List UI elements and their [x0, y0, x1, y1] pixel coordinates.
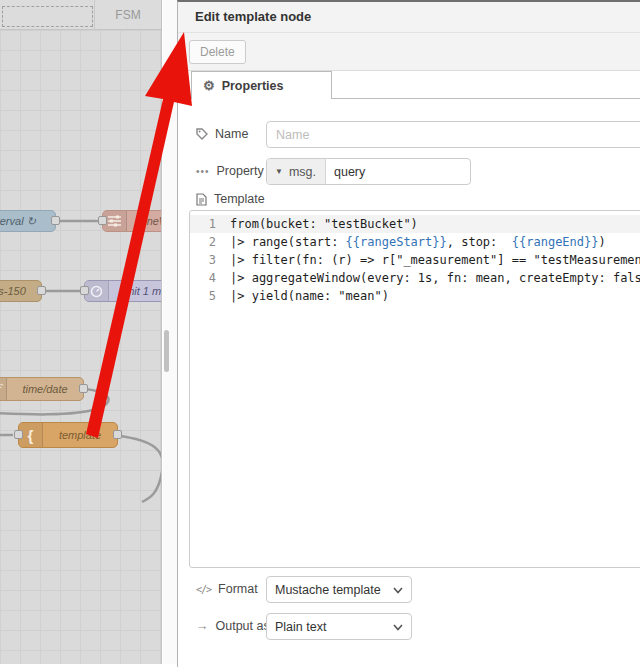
delete-button[interactable]: Delete — [189, 40, 246, 64]
node-timedate-label: time/date — [7, 383, 83, 395]
node-timedate[interactable]: f time/date — [0, 377, 84, 401]
format-field-label: </> Format — [196, 582, 258, 596]
function-icon: f — [0, 378, 7, 400]
app-root: interval ↻ sineW s-150 limit 1 ms — [0, 0, 640, 667]
line-number: 3 — [190, 251, 230, 269]
dialog-toolbar: Delete — [178, 33, 640, 71]
edit-template-dialog: Edit template node Delete ⚙ Properties N… — [177, 0, 640, 667]
arrow-right-icon: → — [196, 619, 209, 633]
code-text: |> range(start: {{rangeStart}}, stop: {{… — [230, 233, 606, 251]
line-number: 1 — [190, 215, 230, 233]
name-input[interactable] — [266, 121, 640, 148]
code-text: from(bucket: "testBucket") — [230, 215, 418, 233]
code-brackets-icon: </> — [196, 584, 211, 595]
node-template-input-port[interactable] — [14, 430, 23, 439]
node-rate-limit[interactable]: limit 1 ms — [84, 280, 162, 302]
node-interval-output-port[interactable] — [51, 216, 60, 225]
code-line[interactable]: 5|> yield(name: "mean") — [190, 287, 640, 305]
code-lines: 1from(bucket: "testBucket")2|> range(sta… — [190, 215, 640, 305]
code-line[interactable]: 1from(bucket: "testBucket") — [190, 215, 640, 233]
code-text: |> yield(name: "mean") — [230, 287, 389, 305]
dialog-title: Edit template node — [178, 2, 640, 33]
output-select[interactable]: Plain text — [266, 613, 412, 640]
format-select-value: Mustache template — [275, 583, 393, 597]
ellipsis-icon: ••• — [196, 166, 210, 177]
workspace-tab-placeholder[interactable] — [2, 6, 93, 27]
workspace-tabbar: FSM — [0, 0, 161, 30]
chevron-down-icon — [393, 583, 403, 597]
property-value[interactable]: query — [326, 159, 365, 184]
property-type-button[interactable]: ▼ msg. — [267, 159, 326, 184]
template-field-label: Template — [196, 192, 265, 206]
line-number: 4 — [190, 269, 230, 287]
node-rate-limit-label: limit 1 ms — [109, 285, 162, 297]
code-text: |> filter(fn: (r) => r["_measurement"] =… — [230, 251, 640, 269]
canvas-grid[interactable] — [0, 30, 161, 664]
tab-properties-label: Properties — [222, 79, 284, 93]
node-rate-limit-input-port[interactable] — [80, 286, 89, 295]
line-number: 5 — [190, 287, 230, 305]
gear-icon: ⚙ — [203, 78, 215, 93]
node-template-label: template — [43, 429, 117, 441]
property-typed-input[interactable]: ▼ msg. query — [266, 158, 471, 185]
canvas-scrollbar-thumb[interactable] — [164, 330, 169, 372]
node-sinewave-input-port[interactable] — [98, 216, 107, 225]
tab-properties[interactable]: ⚙ Properties — [191, 71, 332, 99]
node-template[interactable]: { template — [18, 422, 118, 448]
tag-icon — [196, 128, 208, 140]
node-interval[interactable]: interval ↻ — [0, 210, 56, 232]
line-number: 2 — [190, 233, 230, 251]
workspace-tab-fsm[interactable]: FSM — [94, 0, 161, 30]
file-code-icon — [196, 193, 207, 206]
chevron-down-icon: ▼ — [275, 167, 283, 176]
node-s150-label: s-150 — [0, 285, 41, 297]
code-text: |> aggregateWindow(every: 1s, fn: mean, … — [230, 269, 640, 287]
node-s150-output-port[interactable] — [37, 286, 46, 295]
workspace-tab-fsm-label: FSM — [115, 8, 140, 22]
flow-canvas[interactable]: interval ↻ sineW s-150 limit 1 ms — [0, 0, 162, 664]
code-line[interactable]: 4|> aggregateWindow(every: 1s, fn: mean,… — [190, 269, 640, 287]
node-sinewave-label: sineW — [127, 215, 162, 227]
name-field-label: Name — [196, 127, 248, 141]
code-line[interactable]: 2|> range(start: {{rangeStart}}, stop: {… — [190, 233, 640, 251]
property-field-label: ••• Property — [196, 164, 264, 178]
property-type-label: msg. — [289, 165, 316, 179]
node-timedate-output-port[interactable] — [79, 384, 88, 393]
format-select[interactable]: Mustache template — [266, 576, 412, 603]
output-field-label: → Output as — [196, 619, 270, 633]
output-select-value: Plain text — [275, 620, 393, 634]
template-code-editor[interactable]: 1from(bucket: "testBucket")2|> range(sta… — [189, 210, 640, 568]
canvas-scrollbar[interactable] — [163, 0, 177, 664]
node-sinewave[interactable]: sineW — [102, 210, 162, 232]
chevron-down-icon — [393, 620, 403, 634]
node-s150[interactable]: s-150 — [0, 280, 42, 302]
node-interval-label: interval ↻ — [0, 215, 55, 228]
node-template-output-port[interactable] — [113, 430, 122, 439]
code-line[interactable]: 3|> filter(fn: (r) => r["_measurement"] … — [190, 251, 640, 269]
